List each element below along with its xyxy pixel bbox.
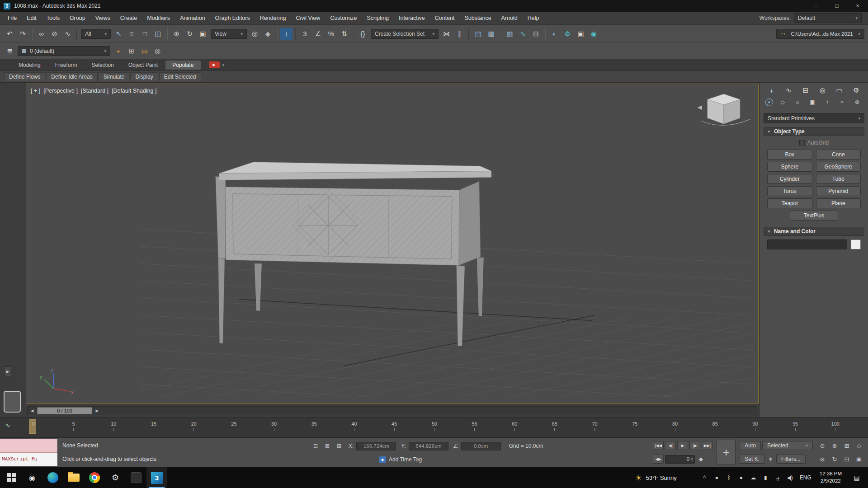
- menu-item[interactable]: Create: [115, 12, 142, 24]
- pan-hand-icon[interactable]: ⊗: [817, 455, 828, 464]
- ribbon-tab[interactable]: Populate: [165, 61, 200, 70]
- listener-row[interactable]: MAXScript Mi: [0, 453, 57, 466]
- object-type-button[interactable]: Sphere: [767, 162, 812, 172]
- object-type-button[interactable]: Tube: [816, 174, 861, 184]
- bind-to-space-warp-icon[interactable]: ∿: [61, 28, 74, 40]
- clock[interactable]: 12:38 PM 2/9/2022: [815, 470, 846, 484]
- time-slider-next-arrow[interactable]: ▶: [94, 407, 101, 414]
- percent-snap-icon[interactable]: %: [325, 28, 337, 40]
- primitives-category-dropdown[interactable]: Standard Primitives ▾: [764, 113, 864, 123]
- menu-item[interactable]: Customize: [325, 12, 362, 24]
- field-of-view-icon[interactable]: ◇: [854, 441, 864, 450]
- menu-item[interactable]: Animation: [175, 12, 210, 24]
- key-filters-icon[interactable]: ◆: [696, 455, 705, 463]
- time-slider-previous-arrow[interactable]: ◀: [28, 407, 36, 414]
- edit-named-selection-sets-icon[interactable]: {}: [357, 28, 369, 40]
- name-color-rollout-header[interactable]: ▼ Name and Color: [764, 227, 864, 236]
- angle-snap-icon[interactable]: ∠: [312, 28, 324, 40]
- close-button[interactable]: ×: [847, 0, 868, 12]
- viewport-label-menu[interactable]: [Perspective ]: [43, 88, 78, 94]
- object-name-input[interactable]: [767, 239, 847, 249]
- security-tray-icon[interactable]: ●: [735, 467, 747, 488]
- object-type-button[interactable]: Plane: [816, 198, 861, 208]
- align-icon[interactable]: ∥: [453, 28, 466, 40]
- viewport-label-menu[interactable]: [Default Shading ]: [112, 88, 156, 94]
- object-color-swatch[interactable]: [851, 239, 861, 249]
- key-filter-small-icon[interactable]: ∗: [766, 455, 775, 463]
- go-to-end-button[interactable]: ▶▶|: [702, 441, 712, 450]
- current-frame-field[interactable]: 0 ▴ ▾: [665, 455, 695, 464]
- set-keys-button[interactable]: +: [717, 440, 736, 465]
- edge-browser-icon[interactable]: [42, 467, 63, 488]
- menu-item[interactable]: Interactive: [394, 12, 430, 24]
- systems-category-icon[interactable]: ⊚: [852, 98, 863, 107]
- menu-item[interactable]: Civil View: [291, 12, 325, 24]
- selected-keys-dropdown[interactable]: Selected ▾: [762, 441, 813, 450]
- spinner-snap-icon[interactable]: ⇅: [338, 28, 350, 40]
- viewport-layout-thumbnail[interactable]: [4, 391, 21, 413]
- menu-item[interactable]: File: [3, 12, 22, 24]
- keyboard-shortcut-override-icon[interactable]: ↑: [280, 28, 292, 40]
- space-warps-category-icon[interactable]: ≈: [837, 98, 848, 107]
- bluetooth-icon[interactable]: ᛒ: [723, 467, 735, 488]
- material-editor-icon[interactable]: ◐: [548, 28, 561, 40]
- window-crossing-toggle-icon[interactable]: ◫: [152, 28, 164, 40]
- zoom-icon[interactable]: ⊙: [817, 441, 828, 450]
- auto-key-button[interactable]: Auto: [740, 441, 761, 450]
- zoom-extents-icon[interactable]: ⊞: [841, 441, 852, 450]
- add-selection-to-layer-icon[interactable]: ⊞: [125, 45, 137, 57]
- select-and-manipulate-icon[interactable]: ◈: [262, 28, 274, 40]
- maximize-button[interactable]: □: [826, 0, 847, 12]
- object-type-button[interactable]: Pyramid: [816, 186, 861, 196]
- action-center-icon[interactable]: ▤: [846, 467, 867, 488]
- layer-dropdown[interactable]: 0 (default) ▾: [18, 46, 110, 56]
- geometry-category-icon[interactable]: ●: [765, 99, 773, 106]
- viewport-canvas[interactable]: z x y: [26, 84, 758, 403]
- file-explorer-icon[interactable]: [63, 467, 84, 488]
- ribbon-tool-button[interactable]: Define Flows: [4, 72, 45, 81]
- y-coordinate-field[interactable]: 544.826cm: [409, 442, 448, 450]
- rectangular-selection-region-icon[interactable]: □: [139, 28, 151, 40]
- settings-app-icon[interactable]: ⚙: [105, 467, 126, 488]
- object-type-button[interactable]: TextPlus: [790, 211, 839, 221]
- rendered-frame-window-icon[interactable]: ▣: [575, 28, 587, 40]
- set-key-button[interactable]: Set K.: [740, 455, 764, 464]
- battery-icon[interactable]: ▮: [760, 467, 772, 488]
- menu-item[interactable]: Substance: [460, 12, 496, 24]
- x-coordinate-field[interactable]: 166.724cm: [356, 442, 396, 450]
- display-tab-icon[interactable]: ▭: [833, 85, 846, 95]
- zoom-all-icon[interactable]: ⊕: [829, 441, 840, 450]
- ribbon-tab[interactable]: Selection: [85, 61, 120, 70]
- use-pivot-point-center-icon[interactable]: ◎: [249, 28, 261, 40]
- object-type-rollout-header[interactable]: ▼ Object Type: [764, 127, 864, 136]
- cameras-category-icon[interactable]: ▣: [807, 98, 818, 107]
- ribbon-tool-button[interactable]: Define Idle Areas: [46, 72, 97, 81]
- object-type-button[interactable]: Cone: [816, 150, 861, 160]
- selection-lock-toggle-icon[interactable]: ⊠: [323, 442, 332, 450]
- go-to-start-button[interactable]: |◀◀: [653, 441, 664, 450]
- create-new-layer-icon[interactable]: +: [112, 45, 124, 57]
- cabinet-model[interactable]: [216, 162, 491, 346]
- key-mode-toggle-button[interactable]: ◀▶: [653, 455, 664, 464]
- scene-explorer-toggle-icon[interactable]: ≣: [4, 45, 16, 57]
- zoom-region-icon[interactable]: ⊡: [841, 455, 852, 464]
- ribbon-tab[interactable]: Modeling: [12, 61, 47, 70]
- select-and-move-icon[interactable]: ⊕: [170, 28, 183, 40]
- select-by-name-icon[interactable]: ≡: [126, 28, 138, 40]
- schematic-view-icon[interactable]: ⊟: [530, 28, 542, 40]
- network-icon[interactable]: ⣴: [772, 467, 784, 488]
- viewport-label-menu[interactable]: [ + ]: [31, 88, 40, 94]
- object-type-button[interactable]: Box: [767, 150, 812, 160]
- ribbon-tool-button[interactable]: Edit Selected: [159, 72, 201, 81]
- workspaces-dropdown[interactable]: Default ▾: [794, 13, 862, 23]
- status-tray-icon[interactable]: ●: [711, 467, 723, 488]
- menu-item[interactable]: Views: [90, 12, 115, 24]
- camera-app-icon[interactable]: ◉: [22, 467, 42, 488]
- create-tab-icon[interactable]: +: [765, 85, 778, 95]
- toggle-layer-explorer-icon[interactable]: ▥: [485, 28, 497, 40]
- hidden-icons-chevron-icon[interactable]: ^: [698, 467, 711, 488]
- select-object-icon[interactable]: ↖: [113, 28, 125, 40]
- select-and-scale-icon[interactable]: ▣: [197, 28, 209, 40]
- motion-tab-icon[interactable]: ◎: [816, 85, 829, 95]
- menu-item[interactable]: Graph Editors: [210, 12, 255, 24]
